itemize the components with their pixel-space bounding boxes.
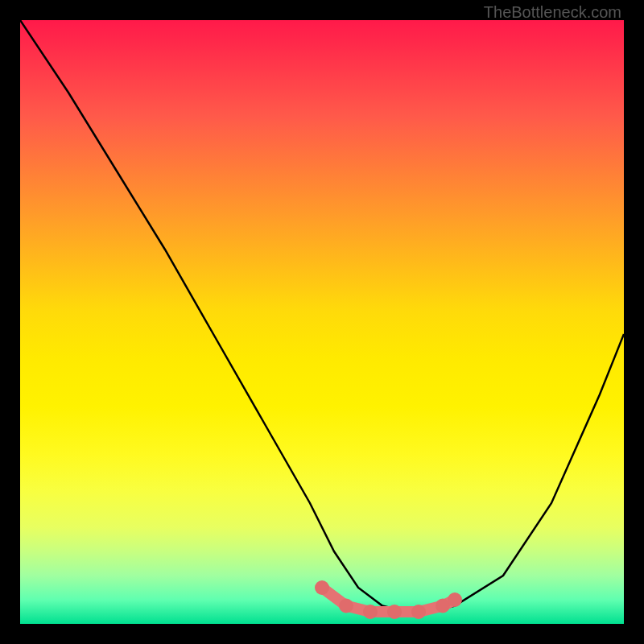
svg-point-4 bbox=[411, 605, 426, 619]
watermark-text: TheBottleneck.com bbox=[484, 3, 621, 22]
optimal-marker bbox=[315, 580, 462, 619]
svg-point-1 bbox=[339, 599, 353, 613]
svg-point-3 bbox=[387, 605, 402, 619]
plot-background bbox=[20, 20, 624, 624]
chart-container: TheBottleneck.com bbox=[0, 0, 644, 644]
bottleneck-curve bbox=[20, 20, 624, 612]
svg-point-0 bbox=[315, 580, 329, 595]
svg-point-5 bbox=[436, 599, 450, 613]
curve-svg bbox=[20, 20, 624, 624]
svg-point-2 bbox=[363, 605, 378, 619]
svg-point-6 bbox=[448, 592, 462, 607]
